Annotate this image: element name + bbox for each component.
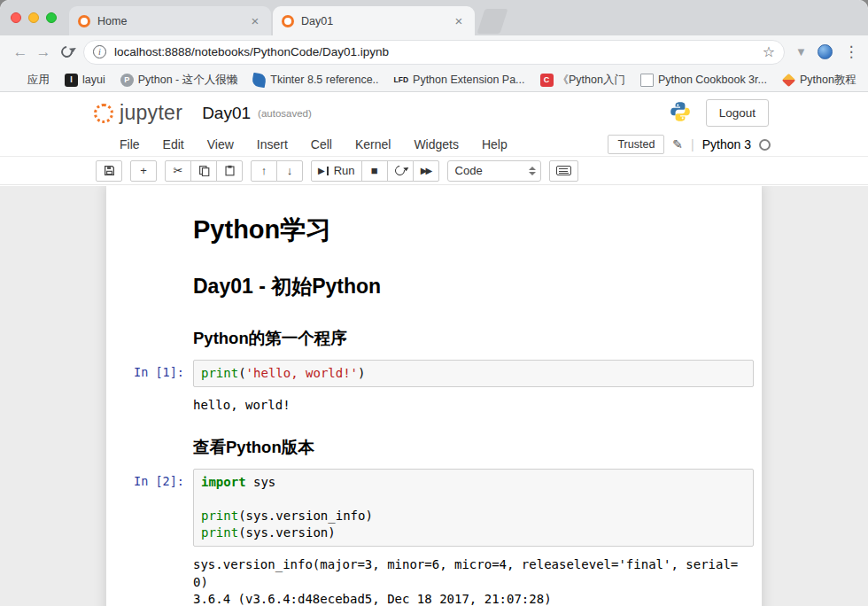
trusted-button[interactable]: Trusted — [608, 135, 664, 154]
code-cell-2[interactable]: In [2]: import sys print(sys.version_inf… — [106, 469, 762, 547]
jupyter-favicon-icon — [282, 15, 294, 27]
code-input-area[interactable]: import sys print(sys.version_info) print… — [193, 469, 754, 547]
add-cell-button[interactable]: + — [130, 160, 157, 182]
move-cell-down-button[interactable]: ↓ — [276, 160, 303, 182]
input-prompt: In [1]: — [106, 360, 193, 387]
cell-type-select[interactable]: Code — [447, 160, 541, 182]
fast-forward-icon: ▶▶ — [421, 167, 430, 175]
output-row-2: sys.version_info(major=3, minor=6, micro… — [106, 550, 762, 606]
kernel-separator: | — [691, 137, 694, 152]
logout-button[interactable]: Logout — [706, 99, 769, 127]
kernel-idle-icon — [759, 139, 771, 151]
bookmark-layui[interactable]: l layui — [65, 74, 105, 87]
bookmark-python-tutorial[interactable]: Python教程 — [782, 73, 856, 88]
tab-close-icon[interactable]: × — [452, 13, 466, 28]
page-info-icon[interactable]: i — [93, 45, 106, 58]
jupyter-favicon-icon — [78, 15, 90, 27]
red-c-favicon-icon: C — [540, 74, 554, 87]
notebook-container: Python学习 Day01 - 初始Python Python的第一个程序 I… — [106, 186, 762, 606]
notebook-title[interactable]: Day01 — [202, 104, 251, 123]
browser-menu-icon[interactable]: ⋮ — [843, 43, 859, 61]
colorful-favicon-icon — [782, 73, 796, 87]
tab-day01[interactable]: Day01 × — [273, 6, 475, 35]
refresh-glyph — [58, 43, 74, 59]
command-palette-button[interactable] — [549, 160, 578, 182]
heading-python-study: Python学习 — [193, 213, 754, 248]
browser-window: Home × Day01 × ← → i localhost:8888/note… — [0, 0, 868, 606]
step-forward-bar — [327, 167, 329, 175]
code-token: print — [201, 525, 238, 540]
extension-triangle-icon[interactable]: ▼ — [795, 45, 807, 58]
code-token: import — [201, 475, 246, 489]
code-token: (sys.version) — [238, 525, 336, 540]
cut-cell-button[interactable]: ✂ — [165, 160, 191, 182]
paste-cell-button[interactable] — [216, 160, 243, 182]
copy-icon — [198, 165, 210, 176]
input-prompt: In [2]: — [106, 469, 193, 547]
bookmark-python-blog[interactable]: P Python - 这个人很懒 — [120, 73, 238, 88]
paste-icon — [224, 165, 236, 176]
cell-prompt — [106, 311, 193, 356]
extension-globe-icon[interactable] — [818, 44, 833, 59]
stop-icon: ■ — [371, 165, 378, 176]
apps-grid-icon — [11, 74, 23, 86]
tab-home[interactable]: Home × — [69, 6, 271, 35]
edit-title-icon[interactable]: ✎ — [672, 137, 683, 152]
heading-day01: Day01 - 初始Python — [193, 273, 754, 300]
menu-kernel[interactable]: Kernel — [344, 137, 402, 152]
menu-edit[interactable]: Edit — [151, 137, 196, 152]
code-token: 'hello, world!' — [246, 366, 358, 380]
heading-first-program: Python的第一个程序 — [193, 327, 754, 349]
window-zoom-button[interactable] — [46, 12, 57, 23]
markdown-cell-h1[interactable]: Python学习 — [106, 202, 762, 255]
jupyter-wordmark[interactable]: jupyter — [120, 101, 182, 125]
refresh-icon[interactable] — [55, 41, 78, 64]
save-button[interactable] — [96, 160, 122, 182]
code-input-area[interactable]: print('hello, world!') — [193, 360, 754, 387]
notebook-scroll-area[interactable]: Python学习 Day01 - 初始Python Python的第一个程序 I… — [0, 186, 868, 606]
tab-close-icon[interactable]: × — [248, 13, 262, 28]
menubar-right: Trusted ✎ | Python 3 — [608, 135, 771, 154]
menu-file[interactable]: File — [108, 137, 151, 152]
back-icon[interactable]: ← — [9, 41, 32, 64]
code-blank-line — [201, 491, 746, 508]
new-tab-button[interactable] — [477, 9, 508, 34]
markdown-cell-h2[interactable]: Day01 - 初始Python — [106, 259, 762, 307]
cell-output: hello, world! — [193, 391, 740, 417]
url-text[interactable]: localhost:8888/notebooks/PythonCode/Day0… — [114, 45, 763, 58]
markdown-cell-h3-second[interactable]: 查看Python版本 — [106, 420, 762, 465]
window-close-button[interactable] — [11, 12, 21, 23]
kernel-name: Python 3 — [702, 137, 751, 152]
bookmark-star-icon[interactable]: ☆ — [763, 43, 775, 60]
code-cell-1[interactable]: In [1]: print('hello, world!') — [106, 360, 762, 387]
plus-icon: + — [140, 165, 147, 176]
menu-help[interactable]: Help — [470, 137, 519, 152]
run-button[interactable]: ▶ Run — [311, 160, 362, 182]
menu-view[interactable]: View — [196, 137, 245, 152]
run-label: Run — [334, 164, 355, 177]
jupyter-logo-icon[interactable] — [94, 104, 113, 123]
arrow-down-icon: ↓ — [287, 165, 293, 176]
copy-cell-button[interactable] — [190, 160, 217, 182]
bookmark-apps[interactable]: 应用 — [11, 73, 50, 88]
bookmark-label: Python教程 — [800, 73, 856, 88]
menu-cell[interactable]: Cell — [299, 137, 344, 152]
interrupt-kernel-button[interactable]: ■ — [361, 160, 388, 182]
markdown-cell-h3-first[interactable]: Python的第一个程序 — [106, 311, 762, 356]
bookmark-python-cookbook[interactable]: Python Cookbook 3r... — [640, 74, 767, 87]
bookmark-python-extension[interactable]: LFD Python Extension Pa... — [394, 74, 525, 87]
tab-strip: Home × Day01 × — [0, 0, 868, 35]
menu-insert[interactable]: Insert — [245, 137, 299, 152]
arrow-up-icon: ↑ — [261, 165, 267, 176]
move-cell-up-button[interactable]: ↑ — [251, 160, 277, 182]
address-field[interactable]: i localhost:8888/notebooks/PythonCode/Da… — [83, 40, 785, 65]
cell-prompt — [106, 420, 193, 465]
menu-widgets[interactable]: Widgets — [402, 137, 470, 152]
forward-icon[interactable]: → — [32, 41, 55, 64]
restart-kernel-button[interactable] — [387, 160, 414, 182]
bookmark-python-intro[interactable]: C 《Python入门 — [540, 73, 625, 88]
cell-output: sys.version_info(major=3, minor=6, micro… — [193, 550, 740, 606]
restart-run-all-button[interactable]: ▶▶ — [413, 160, 439, 182]
bookmark-tkinter[interactable]: Tkinter 8.5 reference.. — [252, 74, 378, 87]
window-minimize-button[interactable] — [28, 12, 39, 23]
